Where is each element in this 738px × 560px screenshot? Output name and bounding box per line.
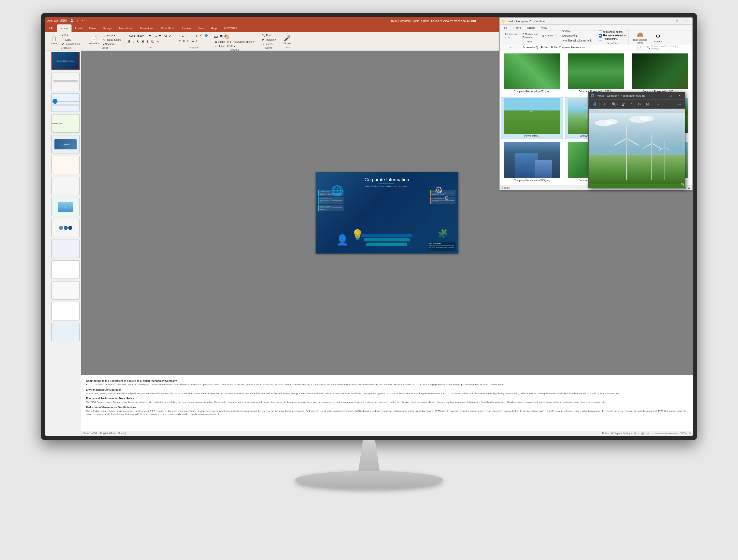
pv-enhance-btn[interactable]: ✦	[655, 100, 662, 108]
increase-font-size-btn[interactable]: A+	[163, 34, 168, 38]
fe-item-1[interactable]: Company Presentation 001.jpeg	[501, 52, 563, 95]
display-settings-btn[interactable]: ⊞ Display Settings	[611, 432, 632, 435]
ribbon-tab-transitions[interactable]: Transitions	[115, 24, 136, 32]
align-left-btn[interactable]: ⊫	[177, 39, 182, 43]
fe-size-columns-btn[interactable]: ⊢⊣ Size all columns to fit	[561, 39, 593, 42]
pv-add-btn[interactable]: +	[601, 100, 608, 108]
italic-btn[interactable]: I	[132, 39, 135, 43]
ribbon-tab-help[interactable]: Help	[208, 24, 221, 32]
slide-thumb-3[interactable]	[51, 93, 80, 112]
slide-thumb-14[interactable]	[51, 323, 80, 341]
fe-minimize-button[interactable]: ─	[663, 18, 671, 24]
view-normal-btn[interactable]: ⊟	[634, 432, 636, 435]
align-right-btn[interactable]: ⊪	[186, 39, 190, 43]
char-spacing-btn[interactable]: AV	[150, 40, 155, 43]
hidden-items-input[interactable]	[599, 37, 602, 40]
autosave-toggle[interactable]: ● ON	[60, 19, 67, 22]
fe-up-btn[interactable]: ↑	[514, 45, 520, 50]
outdent-btn[interactable]: ⇐	[186, 34, 190, 37]
fe-add-columns-btn[interactable]: Add columns ▾	[561, 34, 593, 38]
fe-maximize-button[interactable]: □	[673, 18, 681, 24]
fit-slide-btn[interactable]: ⊡	[689, 432, 691, 435]
slide-thumb-7[interactable]	[51, 177, 80, 195]
fe-refresh-btn[interactable]: ↻	[639, 45, 644, 50]
shadow-btn[interactable]: S	[145, 40, 149, 43]
columns-btn[interactable]: ⫼	[195, 34, 199, 37]
fe-file-name-ext-checkbox[interactable]: File name extensions	[599, 34, 627, 37]
pv-rotate-btn[interactable]: ↺	[636, 100, 643, 108]
text-direction-btn[interactable]: ⟲	[199, 34, 203, 37]
convert-to-smartart-btn[interactable]: 🔷	[204, 34, 209, 37]
ribbon-tab-view[interactable]: View	[194, 24, 208, 32]
fe-medium-icons-btn[interactable]: ⊟ Medium icons	[521, 33, 540, 36]
indent-btn[interactable]: ⇒	[190, 34, 194, 37]
line-spacing-btn[interactable]: ↕	[195, 39, 198, 43]
find-btn[interactable]: 🔍 Find	[261, 34, 277, 37]
new-slide-button[interactable]: 📄 New Slide	[87, 35, 101, 45]
quick-access-redo[interactable]: ↪	[81, 19, 85, 23]
quick-styles-btn[interactable]: 🎨	[224, 34, 230, 39]
pv-crop-btn[interactable]: ⊡	[644, 100, 651, 108]
num-list-btn[interactable]: 1.	[181, 34, 185, 37]
slide-thumb-4[interactable]: Creating Value	[51, 114, 80, 132]
ribbon-tab-home[interactable]: Home	[57, 24, 71, 32]
fe-close-button[interactable]: ✕	[682, 18, 690, 24]
slide-canvas[interactable]: Corporate Information Basic Policies, Re…	[316, 172, 458, 254]
underline-btn[interactable]: U	[136, 39, 140, 43]
fe-tab-share[interactable]: Share	[524, 25, 538, 31]
pv-expand-btn[interactable]: ⊞	[681, 182, 684, 187]
bold-btn[interactable]: B	[127, 39, 131, 43]
pv-minimize-button[interactable]: ─	[658, 93, 666, 99]
fe-search-bar[interactable]: 🔍 Search Folder Company Presen...	[645, 45, 691, 50]
font-color-btn[interactable]: A	[156, 40, 160, 43]
format-painter-button[interactable]: 🖌 Format Painter	[60, 42, 83, 46]
shape-effects-btn[interactable]: ✦ Shape Effects ▾	[214, 44, 256, 48]
fe-item-2[interactable]: Company Presentation 002.jpg	[565, 52, 627, 95]
fe-content-btn[interactable]: ▦ Content	[541, 34, 555, 37]
pv-maximize-button[interactable]: □	[667, 93, 674, 99]
align-center-btn[interactable]: ≡	[182, 39, 185, 43]
ribbon-tab-draw[interactable]: Draw	[86, 24, 99, 32]
copy-button[interactable]: 📄 Copy	[60, 38, 83, 42]
fe-tab-view[interactable]: View	[538, 25, 550, 31]
slide-thumb-10[interactable]	[51, 240, 80, 258]
ribbon-tab-animations[interactable]: Animations	[136, 24, 157, 32]
slide-thumb-11[interactable]	[51, 260, 80, 279]
replace-btn[interactable]: ⇄ Replace ▾	[261, 38, 277, 42]
file-name-extensions-input[interactable]	[599, 34, 602, 37]
bullet-list-btn[interactable]: ≡	[177, 34, 181, 37]
item-checkboxes-input[interactable]	[599, 30, 602, 33]
arrange-btn[interactable]: ⊞	[219, 34, 223, 39]
font-size-select[interactable]: 12	[153, 34, 162, 38]
slide-thumb-13[interactable]	[51, 302, 80, 320]
fe-options-btn[interactable]: ⚙	[655, 32, 661, 40]
fe-item-7[interactable]: Company Presentation 023.jpeg	[501, 141, 563, 184]
slide-thumb-2[interactable]	[51, 72, 80, 91]
shapes-btn[interactable]: ▭	[214, 34, 218, 39]
notes-btn[interactable]: Notes	[602, 432, 609, 435]
paste-button[interactable]: 📋 Paste	[49, 35, 59, 45]
fe-large-icons-btn[interactable]: ⊞ Large icons	[503, 33, 520, 36]
fe-hidden-items-checkbox[interactable]: Hidden items	[599, 37, 627, 40]
pv-favorite-btn[interactable]: ♡	[628, 100, 635, 108]
slide-thumb-8[interactable]: ⚡	[51, 198, 80, 216]
cut-button[interactable]: ✂ Cut	[60, 34, 83, 37]
zoom-slider[interactable]: ────────●────	[655, 432, 678, 435]
pv-images-btn[interactable]: 🖼	[591, 100, 598, 108]
fe-list-btn[interactable]: ≡ List	[503, 36, 520, 39]
view-presenter-btn[interactable]: ▷	[651, 432, 653, 435]
view-outline-btn[interactable]: ≡	[638, 432, 640, 435]
font-family-select[interactable]: Calibri (Body)	[127, 34, 152, 38]
fe-item-4[interactable]: ✦ y Presentati...	[501, 97, 563, 139]
view-slide-btn[interactable]: ▦	[641, 432, 644, 435]
shape-fill-btn[interactable]: ▣ Shape Fill ▾	[214, 40, 232, 44]
pv-close-button[interactable]: ✕	[676, 93, 683, 99]
slide-thumb-9[interactable]	[51, 219, 80, 237]
reuse-slides-button[interactable]: ↻ Reuse Slides	[102, 38, 122, 42]
section-button[interactable]: ▸ Section ▾	[102, 42, 122, 46]
justify-btn[interactable]: ☰	[191, 39, 195, 43]
shape-outline-btn[interactable]: □ Shape Outline ▾	[233, 40, 256, 44]
fe-back-btn[interactable]: ‹	[501, 45, 507, 50]
dictate-button[interactable]: 🎤 Dictate	[282, 34, 292, 45]
quick-access-save[interactable]: 💾	[69, 19, 74, 23]
